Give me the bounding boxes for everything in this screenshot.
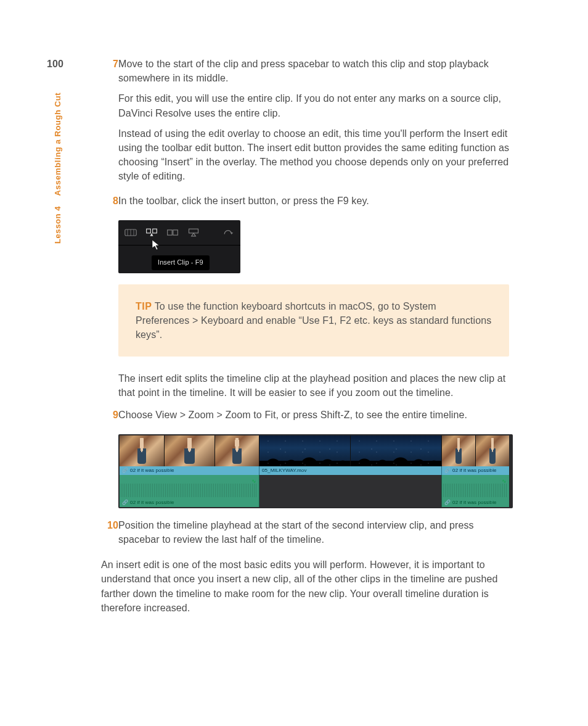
svg-marker-12 [152, 240, 159, 250]
clip-label: 05_MILKYWAY.mov [259, 466, 442, 475]
svg-rect-8 [173, 230, 178, 235]
waveform-icon: ∿ [251, 477, 256, 485]
overwrite-clip-icon [166, 228, 179, 237]
clip-label-text: 05_MILKYWAY.mov [262, 467, 307, 474]
toolbar-screenshot: Insert Clip - F9 [118, 220, 240, 273]
audio-clip-label: 🔗 02 if it was possible [442, 498, 509, 507]
body-paragraph: The insert edit splits the timeline clip… [118, 371, 512, 400]
page: 100 Lesson 4 Assembling a Rough Cut 7 Mo… [0, 0, 588, 726]
video-thumb-interview [165, 435, 215, 466]
redo-icon [222, 228, 234, 237]
clip-label-text: 02 if it was possible [452, 467, 496, 474]
step-body: In the toolbar, click the insert button,… [118, 194, 512, 214]
timeline-screenshot: 🔗 02 if it was possible 05_MILKYWAY.mov … [118, 434, 513, 508]
link-icon: 🔗 [122, 467, 128, 474]
step-10: 10 Position the timeline playhead at the… [99, 518, 512, 553]
timeline-video-track [120, 435, 512, 466]
clip-label-text: 02 if it was possible [452, 499, 496, 506]
video-thumb-interview [442, 435, 476, 466]
closing-paragraph: An insert edit is one of the most basic … [101, 558, 508, 615]
timeline-video-label-row: 🔗 02 if it was possible 05_MILKYWAY.mov … [120, 466, 512, 475]
audio-segment-empty [259, 475, 442, 498]
clip-label-text: 02 if it was possible [130, 499, 174, 506]
clip-label-text: 02 if it was possible [130, 467, 174, 474]
step-text: In the toolbar, click the insert button,… [118, 194, 512, 208]
content-column: 7 Move to the start of the clip and pres… [99, 57, 512, 615]
step-7: 7 Move to the start of the clip and pres… [99, 57, 512, 190]
step-text: For this edit, you will use the entire c… [118, 91, 512, 120]
timeline-audio-label-row: 🔗 02 if it was possible 🔗 02 if it was p… [120, 498, 512, 507]
video-thumb-nightsky [259, 435, 351, 466]
tip-box: TIP To use the function keyboard shortcu… [118, 284, 509, 357]
step-text: Position the timeline playhead at the st… [118, 518, 512, 547]
step-number: 8 [99, 194, 118, 214]
svg-marker-11 [230, 233, 233, 234]
audio-segment: ∿ [120, 475, 259, 498]
video-thumb-interview [120, 435, 165, 466]
page-number: 100 [47, 57, 63, 71]
insert-clip-icon [145, 228, 158, 237]
toolbar-tooltip-row: Insert Clip - F9 [118, 245, 240, 273]
svg-rect-5 [153, 229, 157, 233]
audio-segment: ∿ [442, 475, 509, 498]
step-body: Position the timeline playhead at the st… [118, 518, 512, 553]
timeline-options-icon [125, 228, 137, 237]
cursor-icon [152, 239, 160, 250]
step-text: Choose View > Zoom > Zoom to Fit, or pre… [118, 408, 512, 422]
lesson-number: Lesson 4 [53, 206, 62, 244]
clip-label: 🔗 02 if it was possible [442, 466, 509, 475]
body-text: An insert edit is one of the most basic … [101, 558, 508, 615]
tip-label: TIP [136, 301, 152, 311]
insert-clip-tooltip: Insert Clip - F9 [152, 255, 210, 270]
tip-text: To use the function keyboard shortcuts i… [136, 301, 491, 340]
step-body: Move to the start of the clip and press … [118, 57, 512, 190]
video-thumb-interview [476, 435, 509, 466]
svg-marker-10 [192, 233, 196, 236]
lesson-side-label: Lesson 4 Assembling a Rough Cut [52, 93, 64, 244]
svg-rect-7 [168, 230, 173, 235]
waveform-icon: ∿ [502, 477, 507, 485]
link-icon: 🔗 [444, 499, 451, 506]
step-number: 9 [99, 408, 118, 428]
step-9: 9 Choose View > Zoom > Zoom to Fit, or p… [99, 408, 512, 428]
link-icon: 🔗 [444, 467, 451, 474]
lesson-title: Assembling a Rough Cut [53, 93, 62, 196]
svg-rect-4 [147, 229, 151, 233]
video-thumb-interview [215, 435, 259, 466]
replace-clip-icon [187, 228, 200, 237]
step-body: Choose View > Zoom > Zoom to Fit, or pre… [118, 408, 512, 428]
svg-marker-6 [150, 233, 153, 236]
clip-label: 🔗 02 if it was possible [120, 466, 259, 475]
step-number: 7 [99, 57, 118, 190]
audio-clip-label-empty [259, 498, 442, 507]
step-text: Move to the start of the clip and press … [118, 57, 512, 85]
timeline-audio-track: ∿ ∿ [120, 475, 512, 498]
step-8: 8 In the toolbar, click the insert butto… [99, 194, 512, 214]
toolbar-icon-row [118, 220, 240, 245]
step-number: 10 [99, 518, 118, 553]
step-text: Instead of using the edit overlay to cho… [118, 126, 512, 184]
audio-clip-label: 🔗 02 if it was possible [120, 498, 259, 507]
video-thumb-nightsky [351, 435, 442, 466]
link-icon: 🔗 [122, 499, 128, 506]
